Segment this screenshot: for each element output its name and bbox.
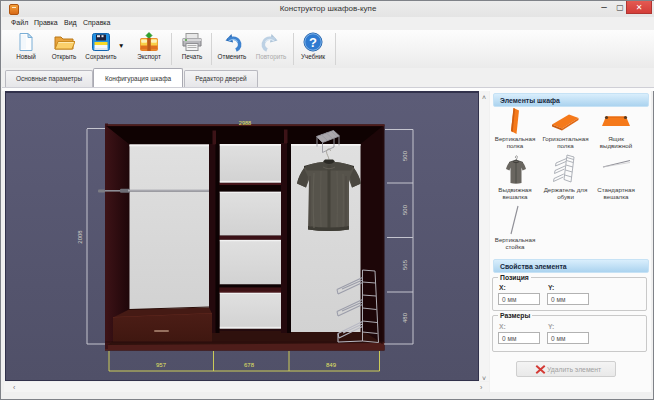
svg-text:480: 480 <box>402 312 408 323</box>
svg-text:500: 500 <box>402 150 408 161</box>
svg-text:957: 957 <box>156 362 167 368</box>
svg-text:500: 500 <box>402 204 408 215</box>
svg-text:565: 565 <box>402 259 408 270</box>
svg-text:2008: 2008 <box>77 230 83 244</box>
svg-text:678: 678 <box>244 362 255 368</box>
svg-text:849: 849 <box>326 362 337 368</box>
svg-text:?: ? <box>309 35 317 50</box>
svg-text:2988: 2988 <box>239 120 251 126</box>
